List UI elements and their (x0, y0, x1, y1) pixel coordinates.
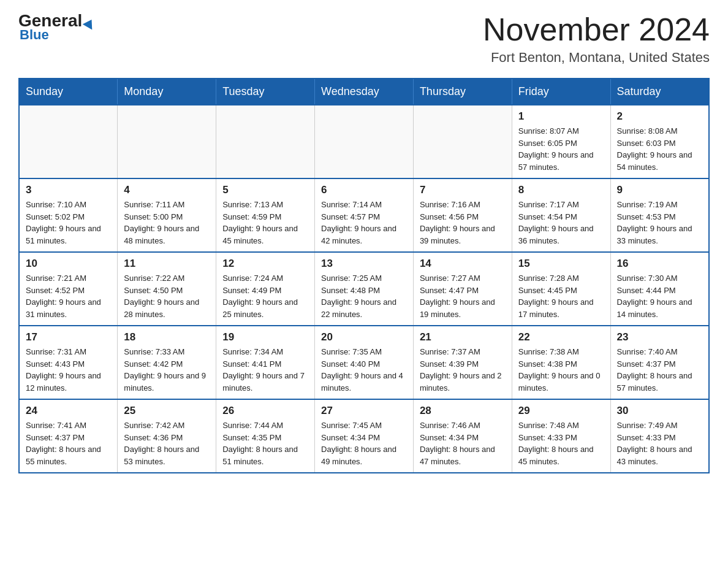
calendar-cell-w2-d2: 4Sunrise: 7:11 AM Sunset: 5:00 PM Daylig… (118, 178, 216, 252)
day-number: 15 (518, 258, 604, 270)
day-number: 1 (518, 110, 604, 123)
day-info: Sunrise: 7:38 AM Sunset: 4:38 PM Dayligh… (518, 346, 604, 394)
day-info: Sunrise: 7:48 AM Sunset: 4:33 PM Dayligh… (518, 419, 604, 467)
header-tuesday: Tuesday (216, 79, 315, 105)
calendar-cell-w4-d7: 23Sunrise: 7:40 AM Sunset: 4:37 PM Dayli… (610, 326, 709, 399)
day-number: 10 (26, 258, 111, 270)
calendar-cell-w1-d6: 1Sunrise: 8:07 AM Sunset: 6:05 PM Daylig… (512, 105, 610, 178)
calendar-cell-w3-d3: 12Sunrise: 7:24 AM Sunset: 4:49 PM Dayli… (216, 252, 315, 326)
day-number: 4 (124, 184, 210, 196)
day-number: 6 (321, 184, 407, 196)
calendar-cell-w4-d2: 18Sunrise: 7:33 AM Sunset: 4:42 PM Dayli… (118, 326, 216, 399)
calendar-cell-w5-d3: 26Sunrise: 7:44 AM Sunset: 4:35 PM Dayli… (216, 399, 315, 473)
day-number: 25 (124, 405, 210, 417)
day-info: Sunrise: 7:25 AM Sunset: 4:48 PM Dayligh… (321, 272, 407, 320)
day-info: Sunrise: 7:19 AM Sunset: 4:53 PM Dayligh… (617, 199, 702, 247)
day-info: Sunrise: 7:34 AM Sunset: 4:41 PM Dayligh… (222, 346, 308, 394)
calendar-cell-w2-d6: 8Sunrise: 7:17 AM Sunset: 4:54 PM Daylig… (512, 178, 610, 252)
day-number: 18 (124, 331, 210, 343)
calendar-cell-w3-d6: 15Sunrise: 7:28 AM Sunset: 4:45 PM Dayli… (512, 252, 610, 326)
day-number: 19 (222, 331, 308, 343)
calendar-cell-w5-d6: 29Sunrise: 7:48 AM Sunset: 4:33 PM Dayli… (512, 399, 610, 473)
day-info: Sunrise: 7:13 AM Sunset: 4:59 PM Dayligh… (222, 199, 308, 247)
day-info: Sunrise: 7:11 AM Sunset: 5:00 PM Dayligh… (124, 199, 210, 247)
day-info: Sunrise: 7:49 AM Sunset: 4:33 PM Dayligh… (617, 419, 702, 467)
calendar-cell-w2-d1: 3Sunrise: 7:10 AM Sunset: 5:02 PM Daylig… (19, 178, 118, 252)
day-number: 8 (518, 184, 604, 196)
day-info: Sunrise: 7:40 AM Sunset: 4:37 PM Dayligh… (617, 346, 702, 394)
header-saturday: Saturday (610, 79, 709, 105)
calendar-week-1: 1Sunrise: 8:07 AM Sunset: 6:05 PM Daylig… (19, 105, 709, 178)
day-number: 20 (321, 331, 407, 343)
calendar-week-2: 3Sunrise: 7:10 AM Sunset: 5:02 PM Daylig… (19, 178, 709, 252)
day-info: Sunrise: 7:17 AM Sunset: 4:54 PM Dayligh… (518, 199, 604, 247)
month-title: November 2024 (483, 12, 710, 47)
day-info: Sunrise: 7:37 AM Sunset: 4:39 PM Dayligh… (420, 346, 506, 394)
calendar-cell-w2-d3: 5Sunrise: 7:13 AM Sunset: 4:59 PM Daylig… (216, 178, 315, 252)
logo-sub: Blue (20, 27, 49, 43)
day-number: 13 (321, 258, 407, 270)
day-info: Sunrise: 7:21 AM Sunset: 4:52 PM Dayligh… (26, 272, 111, 320)
calendar-cell-w5-d1: 24Sunrise: 7:41 AM Sunset: 4:37 PM Dayli… (19, 399, 118, 473)
calendar-cell-w1-d1 (19, 105, 118, 178)
calendar-cell-w1-d5 (413, 105, 512, 178)
day-number: 3 (26, 184, 111, 196)
calendar-cell-w5-d4: 27Sunrise: 7:45 AM Sunset: 4:34 PM Dayli… (315, 399, 414, 473)
day-info: Sunrise: 7:30 AM Sunset: 4:44 PM Dayligh… (617, 272, 702, 320)
day-number: 29 (518, 405, 604, 417)
day-info: Sunrise: 7:31 AM Sunset: 4:43 PM Dayligh… (26, 346, 111, 394)
day-info: Sunrise: 7:33 AM Sunset: 4:42 PM Dayligh… (124, 346, 210, 394)
day-number: 5 (222, 184, 308, 196)
calendar-week-4: 17Sunrise: 7:31 AM Sunset: 4:43 PM Dayli… (19, 326, 709, 399)
calendar-cell-w3-d4: 13Sunrise: 7:25 AM Sunset: 4:48 PM Dayli… (315, 252, 414, 326)
day-number: 14 (420, 258, 506, 270)
day-info: Sunrise: 7:35 AM Sunset: 4:40 PM Dayligh… (321, 346, 407, 394)
day-info: Sunrise: 7:41 AM Sunset: 4:37 PM Dayligh… (26, 419, 111, 467)
calendar-cell-w2-d7: 9Sunrise: 7:19 AM Sunset: 4:53 PM Daylig… (610, 178, 709, 252)
day-number: 17 (26, 331, 111, 343)
calendar-cell-w5-d7: 30Sunrise: 7:49 AM Sunset: 4:33 PM Dayli… (610, 399, 709, 473)
page-header: General Blue November 2024 Fort Benton, … (18, 12, 710, 66)
calendar-table: Sunday Monday Tuesday Wednesday Thursday… (18, 78, 710, 473)
title-block: November 2024 Fort Benton, Montana, Unit… (483, 12, 710, 66)
day-info: Sunrise: 7:16 AM Sunset: 4:56 PM Dayligh… (420, 199, 506, 247)
header-wednesday: Wednesday (315, 79, 414, 105)
header-friday: Friday (512, 79, 610, 105)
day-info: Sunrise: 8:08 AM Sunset: 6:03 PM Dayligh… (617, 125, 702, 173)
logo: General Blue (18, 12, 95, 43)
calendar-cell-w2-d5: 7Sunrise: 7:16 AM Sunset: 4:56 PM Daylig… (413, 178, 512, 252)
day-number: 12 (222, 258, 308, 270)
day-number: 7 (420, 184, 506, 196)
calendar-cell-w4-d1: 17Sunrise: 7:31 AM Sunset: 4:43 PM Dayli… (19, 326, 118, 399)
calendar-week-5: 24Sunrise: 7:41 AM Sunset: 4:37 PM Dayli… (19, 399, 709, 473)
day-number: 22 (518, 331, 604, 343)
calendar-cell-w4-d3: 19Sunrise: 7:34 AM Sunset: 4:41 PM Dayli… (216, 326, 315, 399)
calendar-header-row: Sunday Monday Tuesday Wednesday Thursday… (19, 79, 709, 105)
day-number: 26 (222, 405, 308, 417)
calendar-cell-w1-d2 (118, 105, 216, 178)
day-number: 2 (617, 110, 702, 123)
day-number: 28 (420, 405, 506, 417)
calendar-cell-w3-d1: 10Sunrise: 7:21 AM Sunset: 4:52 PM Dayli… (19, 252, 118, 326)
day-number: 11 (124, 258, 210, 270)
day-info: Sunrise: 7:46 AM Sunset: 4:34 PM Dayligh… (420, 419, 506, 467)
calendar-cell-w4-d4: 20Sunrise: 7:35 AM Sunset: 4:40 PM Dayli… (315, 326, 414, 399)
calendar-cell-w1-d3 (216, 105, 315, 178)
calendar-week-3: 10Sunrise: 7:21 AM Sunset: 4:52 PM Dayli… (19, 252, 709, 326)
location-title: Fort Benton, Montana, United States (483, 50, 710, 66)
day-info: Sunrise: 7:44 AM Sunset: 4:35 PM Dayligh… (222, 419, 308, 467)
day-number: 9 (617, 184, 702, 196)
calendar-cell-w3-d2: 11Sunrise: 7:22 AM Sunset: 4:50 PM Dayli… (118, 252, 216, 326)
day-info: Sunrise: 7:28 AM Sunset: 4:45 PM Dayligh… (518, 272, 604, 320)
day-info: Sunrise: 7:10 AM Sunset: 5:02 PM Dayligh… (26, 199, 111, 247)
calendar-cell-w2-d4: 6Sunrise: 7:14 AM Sunset: 4:57 PM Daylig… (315, 178, 414, 252)
day-info: Sunrise: 8:07 AM Sunset: 6:05 PM Dayligh… (518, 125, 604, 173)
day-number: 24 (26, 405, 111, 417)
day-info: Sunrise: 7:27 AM Sunset: 4:47 PM Dayligh… (420, 272, 506, 320)
calendar-cell-w5-d2: 25Sunrise: 7:42 AM Sunset: 4:36 PM Dayli… (118, 399, 216, 473)
day-number: 21 (420, 331, 506, 343)
calendar-cell-w4-d6: 22Sunrise: 7:38 AM Sunset: 4:38 PM Dayli… (512, 326, 610, 399)
day-info: Sunrise: 7:42 AM Sunset: 4:36 PM Dayligh… (124, 419, 210, 467)
calendar-cell-w1-d4 (315, 105, 414, 178)
header-sunday: Sunday (19, 79, 118, 105)
